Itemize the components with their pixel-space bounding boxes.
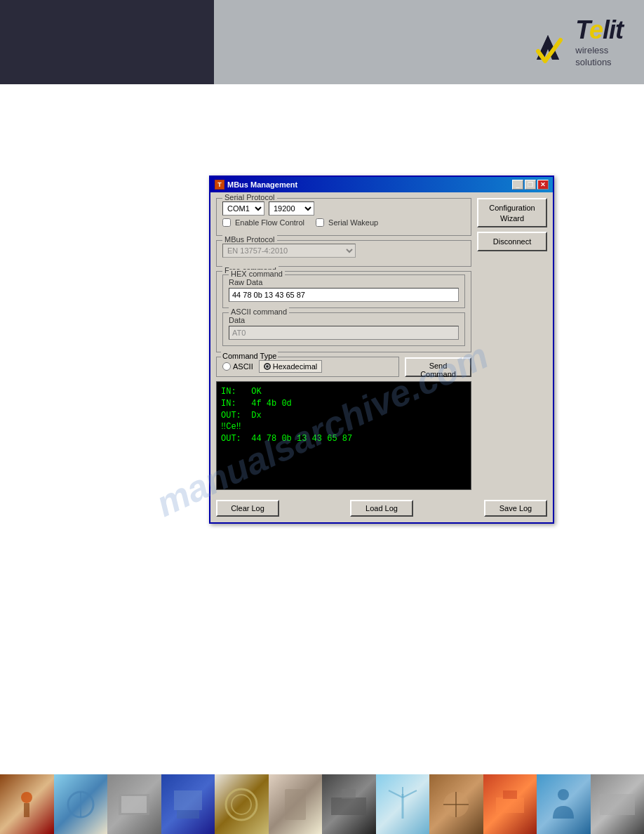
- config-wizard-button[interactable]: Configuration Wizard: [477, 198, 547, 227]
- footer-img-10-icon: [489, 783, 531, 826]
- dialog-left-panel: Serial Protocol COM1 COM2 COM3 19200 960…: [216, 198, 471, 490]
- hex-radio-label: Hexadecimal: [273, 362, 318, 371]
- title-buttons[interactable]: _ ❐ ✕: [512, 180, 549, 190]
- restore-button[interactable]: ❐: [525, 180, 536, 190]
- ascii-command-label: ASCII command: [229, 307, 289, 316]
- raw-data-label: Raw Data: [229, 278, 459, 286]
- flow-control-label: Enable Flow Control: [235, 218, 304, 227]
- footer-img-12: [591, 774, 645, 834]
- footer-img-11-icon: [542, 783, 584, 826]
- footer-img-6: [269, 774, 323, 834]
- ascii-command-section: ASCII command Data: [222, 312, 465, 346]
- clear-log-button[interactable]: Clear Log: [216, 500, 279, 517]
- footer-img-10: [483, 774, 537, 834]
- svg-rect-7: [121, 796, 147, 813]
- minimize-button[interactable]: _: [512, 180, 523, 190]
- svg-rect-12: [285, 789, 306, 820]
- serial-wakeup-checkbox[interactable]: [316, 218, 324, 227]
- save-log-button[interactable]: Save Log: [484, 500, 547, 517]
- svg-point-24: [558, 789, 569, 800]
- footer-img-3-icon: [113, 783, 155, 826]
- header-dark-block: [0, 0, 214, 84]
- footer-img-4: [161, 774, 215, 834]
- hex-command-group: HEX command Raw Data: [222, 274, 465, 308]
- mbus-management-dialog: T MBus Management _ ❐ ✕ Serial Protocol: [209, 176, 554, 524]
- footer-img-2-icon: [60, 783, 102, 826]
- hex-radio-inner: [266, 365, 269, 368]
- title-bar-left: T MBus Management: [215, 180, 297, 190]
- title-bar: T MBus Management _ ❐ ✕: [210, 177, 553, 192]
- svg-rect-13: [331, 797, 366, 815]
- mbus-protocol-group: MBus Protocol EN 13757-4:2010 EN 13757-3…: [216, 240, 471, 267]
- close-button[interactable]: ✕: [537, 180, 549, 190]
- dialog-right-panel: Configuration Wizard Disconnect: [477, 198, 547, 490]
- footer-img-11: [537, 774, 591, 834]
- footer-img-9: [429, 774, 483, 834]
- footer-img-7-icon: [328, 783, 370, 826]
- send-command-button[interactable]: Send Command: [405, 357, 471, 377]
- footer-img-1: [0, 774, 54, 834]
- com-port-select[interactable]: COM1 COM2 COM3: [222, 201, 264, 216]
- disconnect-button[interactable]: Disconnect: [477, 232, 547, 251]
- serial-protocol-label: Serial Protocol: [222, 193, 277, 201]
- svg-rect-25: [600, 794, 635, 815]
- terminal-line-4: OUT: Dx: [221, 410, 467, 422]
- terminal-line-2: IN: 4f 4b 0d: [221, 398, 467, 410]
- brand-tagline: wireless solutions: [575, 45, 623, 69]
- mbus-protocol-label: MBus Protocol: [222, 235, 277, 244]
- serial-protocol-row: COM1 COM2 COM3 19200 9600 38400: [222, 201, 465, 216]
- svg-line-16: [389, 790, 403, 797]
- main-content: manualsarchive.com T MBus Management _ ❐…: [0, 84, 644, 774]
- svg-line-17: [403, 790, 417, 797]
- terminal-line-6: OUT: 44 78 0b 13 43 65 87: [221, 433, 467, 445]
- bottom-buttons-row: Clear Log Load Log Save Log: [210, 496, 553, 522]
- footer-img-8-icon: [382, 783, 424, 826]
- dialog-title: MBus Management: [227, 180, 297, 189]
- header: Telit wireless solutions: [0, 0, 644, 84]
- hex-command-section: HEX command Raw Data: [222, 274, 465, 308]
- command-type-row: Command Type ASCII Hexadecimal: [216, 357, 471, 377]
- hex-command-input[interactable]: [229, 288, 459, 302]
- free-command-group: Free command HEX command Raw Data ASCII …: [216, 271, 471, 352]
- ascii-radio-label: ASCII: [233, 362, 253, 371]
- footer-img-1-icon: [6, 783, 48, 826]
- telit-logo-mark: [532, 32, 564, 67]
- svg-rect-8: [174, 790, 202, 810]
- footer-img-8: [376, 774, 430, 834]
- ascii-radio-option[interactable]: ASCII: [222, 362, 253, 371]
- load-log-button[interactable]: Load Log: [350, 500, 413, 517]
- svg-point-11: [232, 795, 251, 814]
- ascii-command-group: ASCII command Data: [222, 312, 465, 346]
- svg-rect-23: [503, 790, 517, 799]
- mbus-protocol-select[interactable]: EN 13757-4:2010 EN 13757-3:2004: [222, 244, 356, 258]
- footer-img-5-icon: [220, 783, 262, 826]
- footer-img-5: [215, 774, 269, 834]
- hex-radio-option[interactable]: Hexadecimal: [259, 360, 323, 373]
- data-label: Data: [229, 316, 459, 324]
- telit-logo: Telit wireless solutions: [532, 15, 623, 69]
- footer-img-2: [54, 774, 108, 834]
- footer-img-12-icon: [596, 783, 638, 826]
- hex-radio-circle: [264, 363, 271, 370]
- footer-img-7: [322, 774, 376, 834]
- svg-rect-3: [24, 803, 29, 817]
- dialog-body: Serial Protocol COM1 COM2 COM3 19200 960…: [210, 192, 553, 496]
- baud-rate-select[interactable]: 19200 9600 38400: [269, 201, 314, 216]
- flow-control-row: Enable Flow Control Serial Wakeup: [222, 218, 465, 227]
- serial-wakeup-label: Serial Wakeup: [328, 218, 378, 227]
- brand-name: Telit: [575, 15, 623, 45]
- footer-img-3: [107, 774, 161, 834]
- serial-protocol-group: Serial Protocol COM1 COM2 COM3 19200 960…: [216, 198, 471, 236]
- app-icon: T: [215, 180, 224, 190]
- svg-point-2: [21, 792, 32, 803]
- svg-point-10: [226, 789, 257, 820]
- footer-img-6-icon: [274, 783, 316, 826]
- enable-flow-control-checkbox[interactable]: [222, 218, 231, 227]
- terminal-log[interactable]: IN: OK IN: 4f 4b 0d OUT: Dx ‼Ce‼ OUT: 44…: [216, 381, 471, 490]
- ascii-radio[interactable]: [222, 362, 231, 371]
- ascii-command-input[interactable]: [229, 326, 459, 340]
- header-brand-area: Telit wireless solutions: [214, 0, 644, 84]
- svg-rect-9: [177, 810, 199, 819]
- terminal-line-1: IN: OK: [221, 386, 467, 398]
- svg-rect-22: [496, 797, 524, 813]
